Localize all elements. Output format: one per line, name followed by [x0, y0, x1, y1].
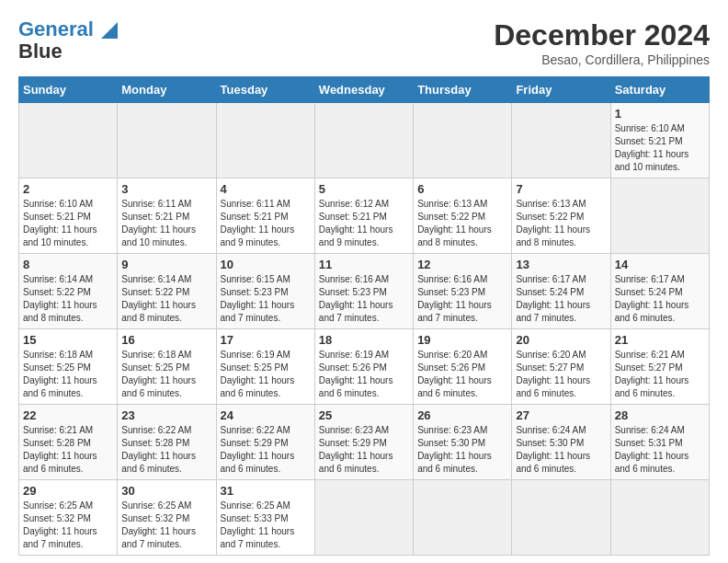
table-row: 21Sunrise: 6:21 AMSunset: 5:27 PMDayligh…: [610, 329, 709, 405]
calendar-table: Sunday Monday Tuesday Wednesday Thursday…: [18, 76, 710, 556]
table-row: [118, 103, 216, 178]
col-friday: Friday: [512, 77, 610, 103]
table-row: [512, 480, 610, 556]
table-row: [314, 480, 413, 556]
logo: General Blue: [18, 18, 118, 63]
table-row: [512, 103, 610, 178]
table-row: 10Sunrise: 6:15 AMSunset: 5:23 PMDayligh…: [216, 254, 314, 329]
svg-marker-0: [101, 22, 118, 39]
table-row: [19, 103, 118, 178]
table-row: 24Sunrise: 6:22 AMSunset: 5:29 PMDayligh…: [216, 405, 314, 480]
table-row: 6Sunrise: 6:13 AMSunset: 5:22 PMDaylight…: [414, 178, 512, 254]
title-block: December 2024 Besao, Cordillera, Philipp…: [494, 18, 710, 67]
table-row: 26Sunrise: 6:23 AMSunset: 5:30 PMDayligh…: [414, 405, 512, 480]
table-row: [610, 480, 709, 556]
table-row: 30Sunrise: 6:25 AMSunset: 5:32 PMDayligh…: [118, 480, 216, 556]
table-row: 15Sunrise: 6:18 AMSunset: 5:25 PMDayligh…: [19, 329, 118, 405]
table-row: 14Sunrise: 6:17 AMSunset: 5:24 PMDayligh…: [610, 254, 709, 329]
table-row: 27Sunrise: 6:24 AMSunset: 5:30 PMDayligh…: [512, 405, 610, 480]
col-thursday: Thursday: [414, 77, 512, 103]
col-sunday: Sunday: [19, 77, 118, 103]
table-row: 4Sunrise: 6:11 AMSunset: 5:21 PMDaylight…: [216, 178, 314, 254]
table-row: 3Sunrise: 6:11 AMSunset: 5:21 PMDaylight…: [118, 178, 216, 254]
col-wednesday: Wednesday: [314, 77, 413, 103]
page-title: December 2024: [494, 18, 710, 52]
table-row: 28Sunrise: 6:24 AMSunset: 5:31 PMDayligh…: [610, 405, 709, 480]
col-saturday: Saturday: [610, 77, 709, 103]
table-row: 20Sunrise: 6:20 AMSunset: 5:27 PMDayligh…: [512, 329, 610, 405]
table-row: 5Sunrise: 6:12 AMSunset: 5:21 PMDaylight…: [314, 178, 413, 254]
page-header: General Blue December 2024 Besao, Cordil…: [18, 18, 710, 67]
table-row: 31Sunrise: 6:25 AMSunset: 5:33 PMDayligh…: [216, 480, 314, 556]
table-row: 29Sunrise: 6:25 AMSunset: 5:32 PMDayligh…: [19, 480, 118, 556]
table-row: 2Sunrise: 6:10 AMSunset: 5:21 PMDaylight…: [19, 178, 118, 254]
table-row: 1Sunrise: 6:10 AMSunset: 5:21 PMDaylight…: [610, 103, 709, 178]
table-row: 18Sunrise: 6:19 AMSunset: 5:26 PMDayligh…: [314, 329, 413, 405]
table-row: 19Sunrise: 6:20 AMSunset: 5:26 PMDayligh…: [414, 329, 512, 405]
table-row: 17Sunrise: 6:19 AMSunset: 5:25 PMDayligh…: [216, 329, 314, 405]
table-row: [610, 178, 709, 254]
table-row: 16Sunrise: 6:18 AMSunset: 5:25 PMDayligh…: [118, 329, 216, 405]
table-row: 9Sunrise: 6:14 AMSunset: 5:22 PMDaylight…: [118, 254, 216, 329]
table-row: 7Sunrise: 6:13 AMSunset: 5:22 PMDaylight…: [512, 178, 610, 254]
page-subtitle: Besao, Cordillera, Philippines: [494, 52, 710, 67]
table-row: 13Sunrise: 6:17 AMSunset: 5:24 PMDayligh…: [512, 254, 610, 329]
col-monday: Monday: [118, 77, 216, 103]
logo-blue-text: Blue: [18, 40, 63, 63]
table-row: 11Sunrise: 6:16 AMSunset: 5:23 PMDayligh…: [314, 254, 413, 329]
logo-text: General: [18, 18, 118, 40]
table-row: 22Sunrise: 6:21 AMSunset: 5:28 PMDayligh…: [19, 405, 118, 480]
table-row: [314, 103, 413, 178]
table-row: [216, 103, 314, 178]
table-row: [414, 480, 512, 556]
table-row: 25Sunrise: 6:23 AMSunset: 5:29 PMDayligh…: [314, 405, 413, 480]
table-row: 23Sunrise: 6:22 AMSunset: 5:28 PMDayligh…: [118, 405, 216, 480]
col-tuesday: Tuesday: [216, 77, 314, 103]
header-row: Sunday Monday Tuesday Wednesday Thursday…: [19, 77, 710, 103]
table-row: 12Sunrise: 6:16 AMSunset: 5:23 PMDayligh…: [414, 254, 512, 329]
table-row: [414, 103, 512, 178]
logo-arrow-icon: [101, 22, 118, 39]
table-row: 8Sunrise: 6:14 AMSunset: 5:22 PMDaylight…: [19, 254, 118, 329]
